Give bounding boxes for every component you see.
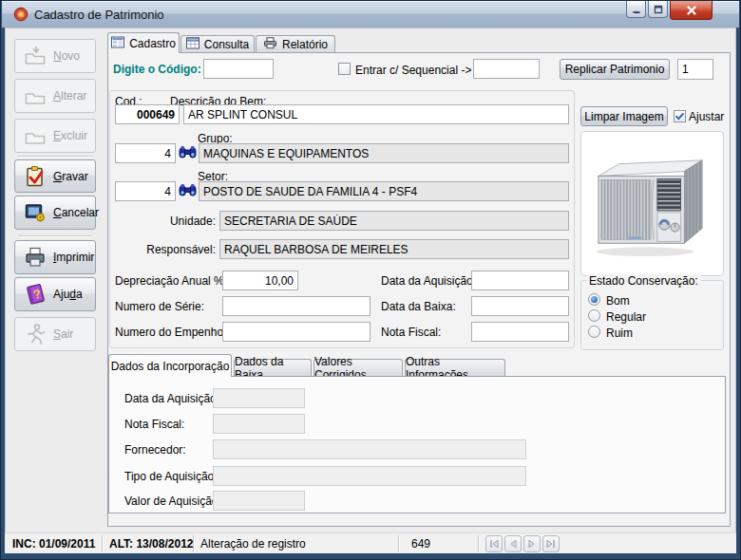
subtab-label: Dados da Incorporação	[111, 360, 230, 373]
subtab-valores-corrigidos[interactable]: Valores Corrigidos	[314, 359, 403, 377]
window-title: Cadastro de Patrimonio	[34, 8, 164, 22]
radio-bom[interactable]	[588, 293, 600, 306]
inc-fornecedor-field	[213, 439, 526, 459]
sair-button: Sair	[14, 317, 96, 351]
inc-tipo-aquisicao-field	[213, 466, 526, 486]
data-aquisicao-field[interactable]	[471, 271, 569, 290]
radio-regular[interactable]	[588, 309, 600, 322]
inc-valor-aquisicao-field	[213, 491, 305, 511]
replicate-count-input[interactable]	[677, 59, 713, 80]
ajuda-button[interactable]: ? Ajuda	[14, 277, 96, 311]
setor-desc-field	[199, 181, 569, 201]
grupo-desc-field	[199, 143, 569, 163]
code-input[interactable]	[203, 59, 274, 79]
tab-consulta[interactable]: Consulta	[180, 35, 255, 53]
nav-last-button[interactable]	[542, 535, 560, 552]
cancelar-button[interactable]: Cancelar	[14, 196, 96, 230]
inc-nota-fiscal-label: Nota Fiscal:	[124, 418, 184, 431]
imprimir-button[interactable]: Imprimir	[14, 240, 96, 274]
edit-folder-icon	[23, 84, 48, 108]
responsavel-label: Responsável:	[130, 243, 216, 256]
depreciacao-label: Depreciação Anual % :	[115, 274, 230, 288]
tab-label: Relatório	[282, 38, 328, 51]
sequential-input[interactable]	[473, 59, 540, 79]
grupo-code-field[interactable]	[115, 143, 176, 163]
unidade-label: Unidade:	[136, 215, 216, 228]
ajustar-checkbox[interactable]	[674, 110, 686, 122]
sidebar-divider	[18, 235, 92, 237]
replicar-patrimonio-button[interactable]: Replicar Patrimonio	[560, 59, 670, 80]
inc-fornecedor-label: Fornecedor:	[124, 443, 186, 457]
numero-serie-label: Numero de Série:	[115, 300, 204, 313]
tab-label: Consulta	[204, 38, 249, 51]
printer-icon	[23, 245, 48, 270]
grupo-lookup-binoculars-icon[interactable]	[179, 143, 197, 162]
status-divider	[102, 535, 104, 552]
app-icon	[13, 7, 28, 22]
asset-image-panel	[580, 131, 724, 276]
nota-fiscal-field[interactable]	[471, 322, 569, 342]
sequential-checkbox[interactable]	[338, 63, 351, 75]
inc-data-aquisicao-label: Data da Aquisição:	[124, 392, 219, 405]
radio-bom-label: Bom	[606, 294, 630, 308]
radio-regular-label: Regular	[606, 310, 646, 324]
nav-previous-button[interactable]	[504, 535, 522, 552]
code-prompt-label: Digite o Código:	[113, 63, 201, 76]
minimize-button[interactable]	[626, 1, 646, 18]
close-button[interactable]	[670, 1, 712, 20]
nav-first-button[interactable]	[485, 535, 503, 552]
subtab-dados-baixa[interactable]: Dados da Baixa	[234, 359, 312, 377]
sequential-label: Entrar c/ Sequencial ->	[355, 64, 471, 77]
tab-relatorio[interactable]: Relatório	[256, 35, 335, 53]
inc-tipo-aquisicao-label: Tipo de Aquisição:	[124, 470, 218, 483]
depreciacao-field[interactable]	[222, 271, 298, 290]
data-baixa-label: Data da Baixa:	[381, 300, 456, 313]
subtab-dados-incorporacao[interactable]: Dados da Incorporação	[108, 354, 232, 377]
setor-lookup-binoculars-icon[interactable]	[179, 181, 197, 200]
numero-empenho-field[interactable]	[222, 322, 370, 342]
numero-serie-field[interactable]	[222, 296, 370, 316]
alterar-button: Alterar	[14, 79, 96, 113]
estado-conservacao-groupbox	[580, 280, 724, 350]
limpar-imagem-button[interactable]: Limpar Imagem	[580, 106, 668, 126]
status-bar: INC: 01/09/2011 ALT: 13/08/2012 Alteraçã…	[5, 532, 736, 553]
maximize-button[interactable]	[648, 1, 668, 18]
excluir-button: Excluir	[14, 119, 96, 153]
report-printer-icon	[263, 37, 277, 52]
ajustar-label: Ajustar	[689, 110, 724, 123]
estado-conservacao-title: Estado Conservação:	[586, 274, 701, 288]
setor-code-field[interactable]	[115, 181, 176, 201]
inc-nota-fiscal-field	[213, 414, 305, 434]
radio-ruim-label: Ruim	[606, 327, 633, 340]
inc-valor-aquisicao-label: Valor de Aquisição:	[124, 495, 221, 508]
status-message: Alteração de registro	[200, 537, 306, 551]
tab-cadastro[interactable]: Cadastro	[107, 32, 180, 53]
form-icon	[111, 36, 124, 51]
save-clipboard-check-icon	[23, 164, 48, 189]
status-record-number: 649	[411, 537, 430, 551]
data-baixa-field[interactable]	[471, 296, 569, 316]
new-folder-icon	[23, 44, 48, 68]
nav-next-button[interactable]	[523, 535, 541, 552]
help-book-icon: ?	[23, 282, 48, 307]
inc-data-aquisicao-field	[213, 388, 305, 408]
status-inc-date: INC: 01/09/2011	[12, 537, 95, 551]
novo-button: Novo	[14, 39, 96, 73]
gravar-button[interactable]: Gravar	[14, 159, 96, 193]
grid-icon	[186, 37, 200, 52]
status-divider	[193, 535, 195, 552]
air-conditioner-image	[587, 146, 718, 262]
data-aquisicao-label: Data da Aquisição:	[381, 274, 476, 288]
cod-field	[115, 104, 180, 124]
status-alt-date: ALT: 13/08/2012	[109, 537, 194, 551]
status-divider	[478, 535, 480, 552]
client-area: Novo Alterar Excluir Gravar Cancelar Imp…	[5, 28, 736, 553]
exit-person-icon	[23, 322, 48, 346]
unidade-field	[219, 211, 569, 231]
subtab-outras-informacoes[interactable]: Outras Informações	[405, 359, 505, 377]
descricao-field[interactable]	[183, 104, 569, 124]
cancel-disk-gear-icon	[23, 200, 48, 225]
app-window: Cadastro de Patrimonio Novo Alterar Excl…	[0, 0, 741, 560]
status-divider	[398, 535, 400, 552]
radio-ruim[interactable]	[588, 326, 600, 338]
